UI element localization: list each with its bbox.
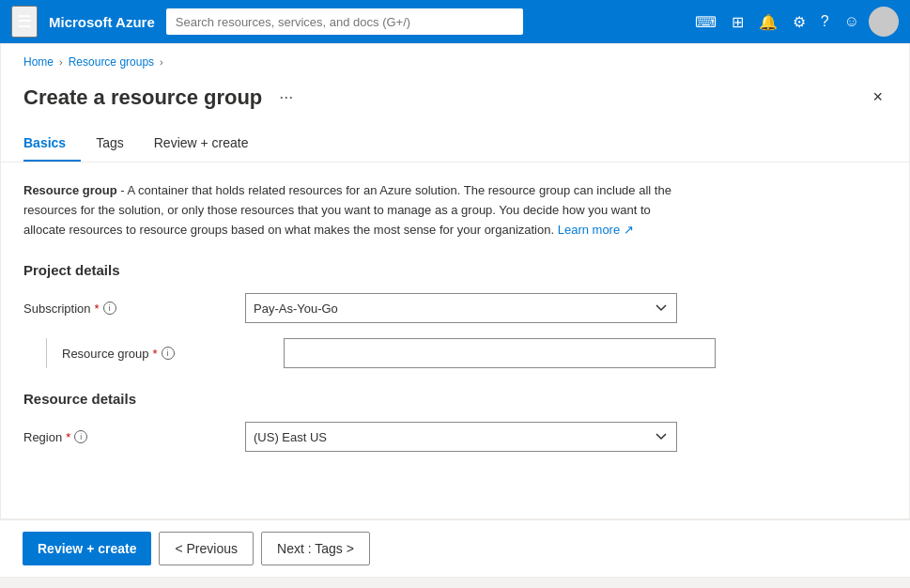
resource-details-title: Resource details: [23, 391, 887, 407]
breadcrumb-home[interactable]: Home: [23, 55, 54, 69]
breadcrumb-resource-groups[interactable]: Resource groups: [69, 55, 154, 69]
subscription-control: Pay-As-You-Go: [245, 293, 677, 323]
feedback-icon[interactable]: ☺: [839, 9, 865, 34]
tab-review-create[interactable]: Review + create: [154, 126, 264, 162]
subscription-select[interactable]: Pay-As-You-Go: [245, 293, 677, 323]
region-row: Region * i (US) East US (US) East US 2 (…: [23, 422, 887, 452]
region-required: *: [66, 430, 70, 444]
close-button[interactable]: ×: [869, 84, 887, 111]
content-panel: Home › Resource groups › Create a resour…: [0, 43, 910, 519]
resource-group-required: *: [153, 347, 158, 361]
subscription-info-icon[interactable]: i: [103, 302, 116, 315]
project-details-title: Project details: [23, 262, 887, 278]
page-header: Create a resource group ··· ×: [1, 76, 909, 126]
resource-group-control: [284, 338, 716, 368]
previous-button[interactable]: < Previous: [159, 532, 254, 565]
description-text: Resource group - A container that holds …: [23, 181, 681, 240]
user-avatar[interactable]: [869, 7, 899, 37]
topbar-icons: ⌨ ⊞ 🔔 ⚙ ? ☺: [689, 7, 899, 37]
topbar: ☰ Microsoft Azure ⌨ ⊞ 🔔 ⚙ ? ☺: [0, 0, 910, 43]
review-create-button[interactable]: Review + create: [23, 532, 151, 565]
region-info-icon[interactable]: i: [74, 430, 87, 443]
breadcrumb-sep2: ›: [160, 56, 163, 68]
resource-group-row: Resource group * i: [62, 338, 887, 368]
resource-group-input[interactable]: [284, 338, 716, 368]
resource-group-connector: Resource group * i: [23, 338, 887, 368]
tab-tags[interactable]: Tags: [96, 126, 139, 162]
subscription-row: Subscription * i Pay-As-You-Go: [23, 293, 887, 323]
search-input[interactable]: [166, 8, 523, 35]
portal-settings-icon[interactable]: ⊞: [726, 9, 749, 35]
description-bold: Resource group: [23, 183, 117, 197]
bottom-bar: Review + create < Previous Next : Tags >: [0, 519, 910, 577]
project-details-section: Project details Subscription * i Pay-As-…: [23, 262, 887, 368]
topbar-title: Microsoft Azure: [49, 14, 155, 30]
region-label: Region * i: [23, 430, 230, 444]
tree-line: [46, 338, 47, 368]
hamburger-menu[interactable]: ☰: [11, 6, 38, 38]
breadcrumb-sep1: ›: [59, 56, 63, 68]
page-title: Create a resource group: [23, 85, 262, 110]
main-wrapper: Home › Resource groups › Create a resour…: [0, 43, 910, 588]
resource-group-label: Resource group * i: [62, 347, 269, 361]
region-control: (US) East US (US) East US 2 (US) West US…: [245, 422, 677, 452]
page-options-ellipsis[interactable]: ···: [273, 85, 299, 109]
horizontal-scrollbar[interactable]: [0, 577, 910, 588]
subscription-required: *: [95, 302, 100, 316]
cloud-shell-icon[interactable]: ⌨: [689, 9, 722, 35]
region-select[interactable]: (US) East US (US) East US 2 (US) West US…: [245, 422, 677, 452]
help-icon[interactable]: ?: [815, 9, 835, 34]
learn-more-link[interactable]: Learn more ↗: [558, 223, 634, 237]
tab-basics[interactable]: Basics: [23, 126, 81, 162]
tabs: Basics Tags Review + create: [1, 126, 909, 162]
notifications-icon[interactable]: 🔔: [753, 9, 783, 35]
resource-group-info-icon[interactable]: i: [162, 347, 175, 360]
next-button[interactable]: Next : Tags >: [261, 532, 370, 565]
subscription-label: Subscription * i: [23, 302, 230, 316]
resource-details-section: Resource details Region * i (US) East US…: [23, 391, 887, 452]
settings-icon[interactable]: ⚙: [787, 9, 811, 35]
breadcrumb: Home › Resource groups ›: [1, 44, 909, 76]
page-header-left: Create a resource group ···: [23, 85, 299, 110]
form-content: Resource group - A container that holds …: [1, 162, 909, 486]
